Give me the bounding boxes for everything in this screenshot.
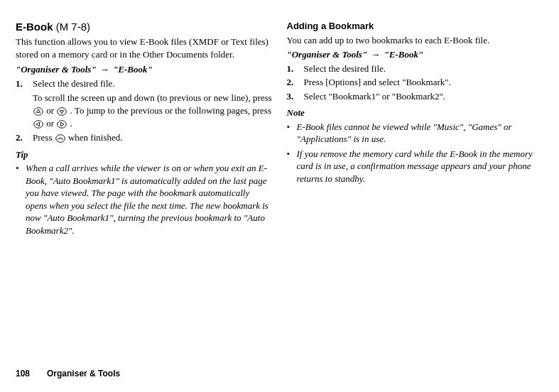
- right-column: Adding a Bookmark You can add up to two …: [287, 20, 544, 239]
- right-step-3: 3. Select "Bookmark1" or "Bookmark2".: [287, 90, 544, 103]
- left-step-1: 1. Select the desired file.: [16, 77, 273, 90]
- heading-main: E-Book: [16, 21, 56, 33]
- tip-label: Tip: [16, 148, 273, 161]
- note-text: E-Book files cannot be viewed while "Mus…: [297, 121, 544, 146]
- step-text: Press when finished.: [33, 131, 273, 144]
- footer-section: Organiser & Tools: [47, 369, 120, 379]
- tip-text: When a call arrives while the viewer is …: [26, 162, 273, 236]
- svg-point-2: [34, 120, 43, 128]
- step-text: Select the desired file.: [33, 77, 273, 90]
- step-number: 1.: [16, 77, 33, 90]
- step-text: Select the desired file.: [304, 62, 544, 75]
- bullet-icon: •: [287, 148, 297, 185]
- path-part-a: "Organiser & Tools": [287, 49, 368, 60]
- step2-a: Press: [33, 132, 55, 143]
- down-key-icon: [57, 107, 67, 116]
- sub-text-e: .: [70, 118, 72, 129]
- path-part-b: "E-Book": [384, 49, 424, 60]
- arrow-icon: →: [97, 64, 114, 75]
- step-text: Press [Options] and select "Bookmark".: [304, 76, 544, 89]
- arrow-icon: →: [367, 49, 384, 60]
- svg-point-3: [58, 120, 67, 128]
- ebook-heading: E-Book (M 7-8): [16, 20, 273, 34]
- ebook-intro: This function allows you to view E-Book …: [16, 36, 273, 60]
- path-part-a: "Organiser & Tools": [16, 64, 97, 75]
- heading-menu-num: 7-8): [68, 21, 90, 33]
- right-step-2: 2. Press [Options] and select "Bookmark"…: [287, 76, 544, 89]
- bookmark-heading: Adding a Bookmark: [287, 20, 544, 33]
- sub-text-d: or: [46, 118, 56, 129]
- ebook-path: "Organiser & Tools" → "E-Book": [16, 63, 273, 76]
- step-number: 1.: [287, 62, 304, 75]
- note-bullet-1: • E-Book files cannot be viewed while "M…: [287, 121, 544, 146]
- end-key-icon: [55, 134, 65, 143]
- bookmark-path: "Organiser & Tools" → "E-Book": [287, 48, 544, 61]
- step2-b: when finished.: [68, 132, 123, 143]
- sub-text-b: or: [46, 105, 56, 116]
- path-part-b: "E-Book": [113, 64, 153, 75]
- left-step-2: 2. Press when finished.: [16, 131, 273, 144]
- bookmark-intro: You can add up to two bookmarks to each …: [287, 34, 544, 47]
- bullet-icon: •: [16, 162, 26, 236]
- step-text: Select "Bookmark1" or "Bookmark2".: [304, 90, 544, 103]
- left-key-icon: [33, 120, 43, 129]
- right-step-1: 1. Select the desired file.: [287, 62, 544, 75]
- page-footer: 108Organiser & Tools: [16, 368, 120, 379]
- left-column: E-Book (M 7-8) This function allows you …: [16, 20, 273, 239]
- step-number: 2.: [16, 131, 33, 144]
- sub-text-c: . To jump to the previous or the followi…: [70, 105, 271, 116]
- step-number: 3.: [287, 90, 304, 103]
- page-number: 108: [16, 369, 30, 379]
- tip-bullet: • When a call arrives while the viewer i…: [16, 162, 273, 236]
- note-text: If you remove the memory card while the …: [297, 148, 544, 185]
- up-key-icon: [33, 107, 43, 116]
- note-bullet-2: • If you remove the memory card while th…: [287, 148, 544, 185]
- step-number: 2.: [287, 76, 304, 89]
- left-step-1-sub: To scroll the screen up and down (to pre…: [33, 92, 273, 129]
- bullet-icon: •: [287, 121, 297, 146]
- heading-menu-glyph: M: [60, 21, 69, 33]
- right-key-icon: [57, 120, 67, 129]
- note-label: Note: [287, 107, 544, 119]
- sub-text-a: To scroll the screen up and down (to pre…: [33, 92, 272, 103]
